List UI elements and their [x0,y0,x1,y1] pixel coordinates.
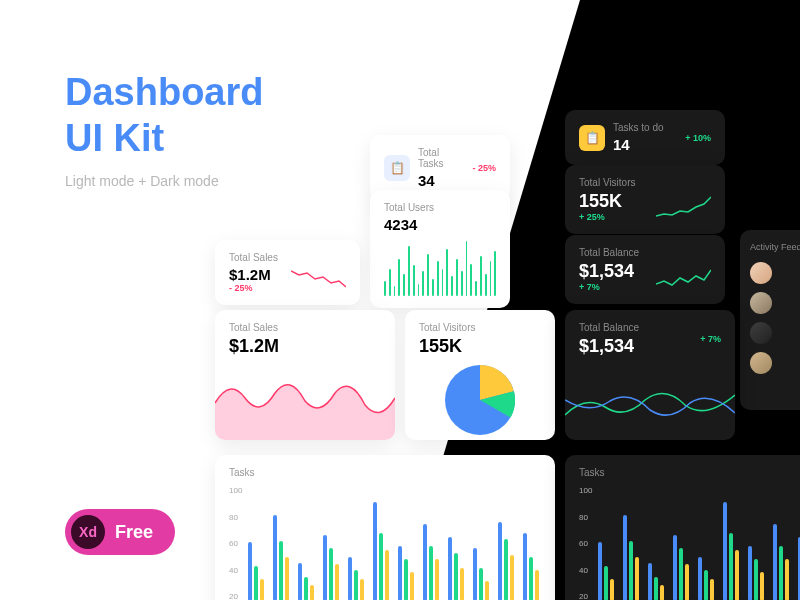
bar [429,546,433,600]
bar [432,279,434,297]
card-total-balance-big: Total Balance $1,534 + 7% [565,310,735,440]
bar [679,548,683,600]
bar-group [423,524,439,600]
total-sales-small-value: $1.2M [229,266,278,283]
bar-group [448,537,464,600]
bar [423,524,427,600]
bar [418,284,420,297]
bar [408,246,410,296]
bar-group [348,557,364,600]
bar [335,564,339,600]
card-activity-feed: Activity Feed [740,230,800,410]
visitors-dark-value: 155K [579,191,636,212]
bar [504,539,508,600]
visitors-light-value: 155K [419,336,541,357]
bar [323,535,327,600]
bar-group [698,557,714,600]
bar [279,541,283,601]
balance-big-delta: + 7% [700,334,721,344]
balance-small-sparkline [656,262,711,292]
bar [748,546,752,600]
visitors-dark-sparkline [656,192,711,222]
bar [480,256,482,296]
bar [485,274,487,297]
bar-group [773,524,789,600]
avatar[interactable] [750,292,772,314]
total-users-chart [384,241,496,296]
card-total-balance-small: Total Balance $1,534 + 7% [565,235,725,304]
balance-big-label: Total Balance [579,322,639,333]
bar [466,241,468,296]
bar-group [248,542,264,600]
bar-group [498,522,514,600]
bar [451,276,453,296]
bar [704,570,708,600]
balance-small-delta: + 7% [579,282,639,292]
bar [394,286,396,296]
bar-group [523,533,539,600]
bar [427,254,429,297]
bar-group [748,546,764,600]
card-total-visitors-dark: Total Visitors 155K + 25% [565,165,725,234]
tasks-light-label: Tasks [229,467,541,478]
bar [710,579,714,600]
bar [754,559,758,600]
avatar[interactable] [750,262,772,284]
bar [470,264,472,297]
card-tasks-dark: Tasks 10080604020 [565,455,800,600]
bar-group [673,535,689,600]
bar [248,542,252,600]
bar [773,524,777,600]
bar [448,537,452,600]
total-sales-big-value: $1.2M [229,336,381,357]
bar [473,548,477,600]
bar [461,271,463,296]
total-tasks-label: Total Tasks [418,147,464,169]
tasks-todo-value: 14 [613,136,677,153]
tasks-dark-chart [598,486,800,600]
bar [442,269,444,297]
bar [354,570,358,600]
bar-group [373,502,389,600]
visitors-pie-chart [445,365,515,435]
bar [348,557,352,600]
bar [735,550,739,600]
card-total-sales-small: Total Sales $1.2M - 25% [215,240,360,305]
tasks-dark-yaxis: 10080604020 [579,486,592,600]
bar [479,568,483,600]
total-users-value: 4234 [384,216,496,233]
card-total-users: Total Users 4234 [370,190,510,308]
bar-group [298,563,314,601]
hero-title: Dashboard UI Kit [65,70,263,161]
bar [304,577,308,600]
bar [460,568,464,600]
avatar[interactable] [750,322,772,344]
card-total-visitors-pie: Total Visitors 155K [405,310,555,440]
bar [529,557,533,600]
bar [494,251,496,296]
xd-free-badge[interactable]: Xd Free [65,509,175,555]
avatar[interactable] [750,352,772,374]
tasks-light-chart [248,486,541,600]
tasks-todo-label: Tasks to do [613,122,677,133]
bar [273,515,277,600]
bar [413,265,415,296]
bar [623,515,627,600]
bar [260,579,264,600]
bar-group [323,535,339,600]
badge-label: Free [115,522,153,543]
bar [310,585,314,601]
hero-subtitle: Light mode + Dark mode [65,173,263,189]
bar [610,579,614,600]
bar [785,559,789,600]
bar [360,579,364,600]
bar [475,281,477,296]
tasks-todo-delta: + 10% [685,133,711,143]
bar [410,572,414,600]
xd-icon: Xd [71,515,105,549]
hero-title-line1: Dashboard [65,71,263,113]
bar [490,261,492,296]
total-tasks-delta: - 25% [472,163,496,173]
total-sales-area-chart [215,363,395,440]
activity-feed-label: Activity Feed [750,242,790,252]
